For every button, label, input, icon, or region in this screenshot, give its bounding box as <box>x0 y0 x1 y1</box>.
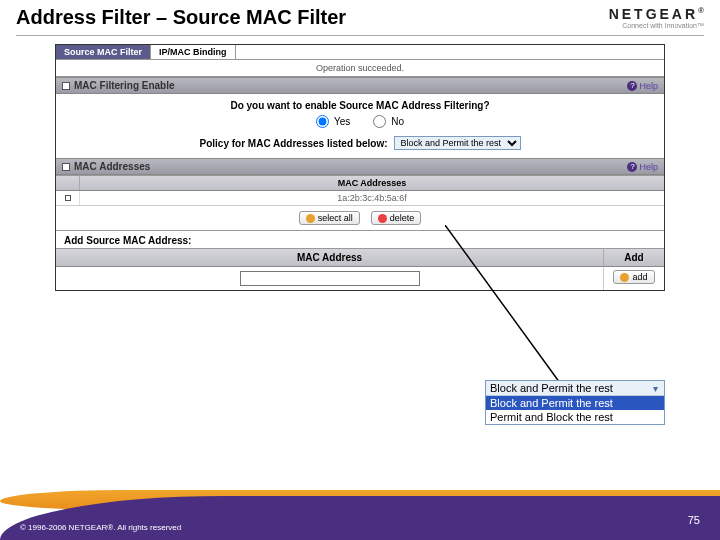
dropdown-option-block[interactable]: Block and Permit the rest <box>486 396 664 410</box>
row-checkbox[interactable] <box>65 195 71 201</box>
row-checkbox-cell <box>56 191 80 205</box>
tab-ip-mac-binding[interactable]: IP/MAC Binding <box>151 45 236 59</box>
mac-address-input[interactable] <box>240 271 420 286</box>
delete-button[interactable]: delete <box>371 211 422 225</box>
footer: © 1996-2006 NETGEAR®. All rights reserve… <box>0 482 720 540</box>
action-row: select all delete <box>56 206 664 230</box>
tab-bar: Source MAC Filter IP/MAC Binding <box>56 45 664 59</box>
policy-row: Policy for MAC Addresses listed below: B… <box>64 136 656 150</box>
add-col-mac: MAC Address <box>56 249 604 267</box>
section-mac-addresses: MAC Addresses ? Help <box>56 158 664 175</box>
delete-icon <box>378 214 387 223</box>
slide-header: Address Filter – Source MAC Filter NETGE… <box>0 0 720 33</box>
status-message: Operation succeeded. <box>56 59 664 77</box>
filter-form: Do you want to enable Source MAC Address… <box>56 94 664 158</box>
dropdown-selected[interactable]: Block and Permit the rest ▾ <box>486 381 664 396</box>
help-icon: ? <box>627 81 637 91</box>
add-grid: MAC Address Add add <box>56 248 664 290</box>
mac-value: 1a:2b:3c:4b:5a:6f <box>80 191 664 205</box>
help-label: Help <box>639 162 658 172</box>
add-icon <box>620 273 629 282</box>
help-link-filter[interactable]: ? Help <box>627 81 658 91</box>
page-title: Address Filter – Source MAC Filter <box>16 6 346 29</box>
header-rule <box>16 35 704 36</box>
section-icon <box>62 82 70 90</box>
add-input-cell <box>56 267 604 290</box>
section-filter-enable: MAC Filtering Enable ? Help <box>56 77 664 94</box>
tab-source-mac-filter[interactable]: Source MAC Filter <box>56 45 151 59</box>
help-icon: ? <box>627 162 637 172</box>
help-label: Help <box>639 81 658 91</box>
policy-dropdown-callout: Block and Permit the rest ▾ Block and Pe… <box>485 380 665 425</box>
add-button[interactable]: add <box>613 270 654 284</box>
section-title: MAC Filtering Enable <box>74 80 175 91</box>
logo-registered: ® <box>698 6 704 15</box>
table-row: 1a:2b:3c:4b:5a:6f <box>56 191 664 206</box>
dropdown-option-permit[interactable]: Permit and Block the rest <box>486 410 664 424</box>
checkbox-col-header <box>56 176 80 190</box>
enable-question: Do you want to enable Source MAC Address… <box>64 100 656 111</box>
policy-label: Policy for MAC Addresses listed below: <box>199 138 387 149</box>
radio-no-input[interactable] <box>373 115 386 128</box>
mac-col-header: MAC Addresses <box>80 176 664 190</box>
radio-group: Yes No <box>64 115 656 130</box>
section-title: MAC Addresses <box>74 161 150 172</box>
policy-select[interactable]: Block and Permit the rest <box>394 136 521 150</box>
config-panel: Source MAC Filter IP/MAC Binding Operati… <box>55 44 665 291</box>
add-col-add: Add <box>604 249 664 267</box>
swoosh-purple <box>0 496 720 540</box>
radio-yes[interactable]: Yes <box>316 115 350 128</box>
brand-logo: NETGEAR® Connect with Innovation™ <box>609 6 704 29</box>
select-all-button[interactable]: select all <box>299 211 360 225</box>
page-number: 75 <box>688 514 700 526</box>
chevron-down-icon: ▾ <box>651 383 660 394</box>
add-source-label: Add Source MAC Address: <box>56 230 664 248</box>
select-all-icon <box>306 214 315 223</box>
help-link-mac[interactable]: ? Help <box>627 162 658 172</box>
logo-text: NETGEAR <box>609 6 698 22</box>
radio-yes-input[interactable] <box>316 115 329 128</box>
add-button-cell: add <box>604 267 664 290</box>
copyright: © 1996-2006 NETGEAR®. All rights reserve… <box>20 523 181 532</box>
mac-table-header: MAC Addresses <box>56 175 664 191</box>
section-icon <box>62 163 70 171</box>
logo-tagline: Connect with Innovation™ <box>609 22 704 29</box>
radio-no[interactable]: No <box>373 115 404 128</box>
